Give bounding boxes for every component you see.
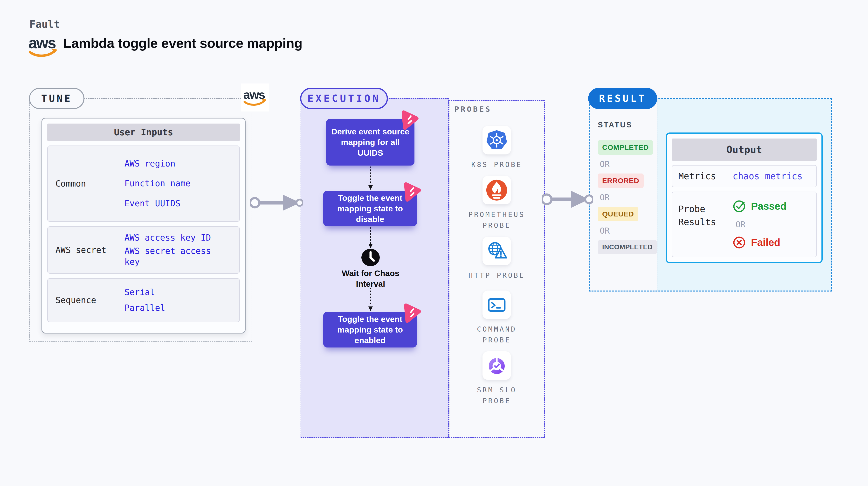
fault-kind-label: Fault — [29, 18, 60, 30]
x-circle-icon — [733, 236, 746, 249]
kubernetes-icon — [483, 126, 511, 154]
execution-pill: EXECUTION — [300, 88, 388, 109]
probe-prometheus: PROMETHEUS PROBE — [463, 176, 530, 231]
tune-pill: TUNE — [29, 88, 85, 109]
slo-pie-icon — [483, 351, 511, 380]
status-badge-completed: COMPLETED — [598, 140, 653, 155]
input-value: AWS access key ID — [124, 232, 226, 243]
step-toggle-disable: Toggle the event mapping state to disabl… — [323, 191, 417, 226]
metrics-value: chaos metrics — [733, 171, 803, 181]
probe-result-failed: Failed — [733, 236, 780, 249]
connector-arrow — [367, 166, 374, 191]
input-value: Serial — [124, 287, 226, 298]
aws-fault-icon: aws — [241, 84, 269, 112]
terminal-icon — [483, 291, 511, 319]
clock-icon — [361, 248, 380, 266]
connector-arrow — [367, 287, 374, 312]
or-separator: OR — [600, 192, 610, 202]
probe-label: K8S PROBE — [471, 159, 522, 170]
probe-label: HTTP PROBE — [468, 270, 525, 281]
diagram-canvas: Fault aws Lambda toggle event source map… — [0, 0, 868, 486]
litmus-chaos-icon — [400, 301, 424, 325]
wait-for-chaos-interval-label: Wait for Chaos Interval — [334, 268, 407, 289]
input-value: Function name — [124, 178, 226, 189]
input-group-label: Common — [48, 179, 124, 188]
input-value: Parallel — [124, 303, 226, 314]
probe-label: SRM SLO PROBE — [463, 385, 530, 406]
probe-k8s: K8S PROBE — [463, 126, 530, 170]
probe-command: COMMAND PROBE — [463, 291, 530, 345]
step-label: Derive event source mapping for all UUID… — [329, 126, 411, 158]
failed-label: Failed — [751, 237, 780, 248]
input-value: AWS secret access key — [124, 246, 226, 268]
or-separator: OR — [600, 226, 610, 236]
connector-arrow — [367, 227, 374, 249]
status-badge-errored: ERRORED — [598, 174, 644, 188]
input-group-sequence: Sequence Serial Parallel — [47, 278, 240, 322]
output-header: Output — [672, 139, 817, 161]
or-separator: OR — [736, 220, 745, 229]
output-card: Output Metrics chaos metrics Probe Resul… — [666, 132, 823, 263]
passed-label: Passed — [751, 201, 786, 212]
status-badge-queued: QUEUED — [598, 207, 638, 221]
probe-http: HTTP PROBE — [463, 237, 530, 281]
probe-label: PROMETHEUS PROBE — [463, 209, 530, 231]
http-globe-icon — [483, 237, 511, 265]
step-toggle-enabled: Toggle the event mapping state to enable… — [323, 312, 417, 347]
tune-to-execution-arrow — [250, 192, 303, 214]
input-value: AWS region — [124, 158, 226, 170]
input-group-aws-secret: AWS secret AWS access key ID AWS secret … — [47, 226, 240, 274]
input-group-common: Common AWS region Function name Event UU… — [47, 146, 240, 222]
probes-title: PROBES — [455, 105, 492, 114]
result-pill: RESULT — [588, 88, 657, 109]
metrics-row: Metrics chaos metrics — [672, 165, 817, 187]
svg-text:aws: aws — [243, 88, 265, 101]
or-separator: OR — [600, 159, 610, 169]
check-circle-icon — [733, 200, 746, 213]
status-column: STATUS COMPLETED OR ERRORED OR QUEUED OR… — [598, 121, 656, 254]
probe-result-passed: Passed — [733, 200, 786, 213]
probe-srm-slo: SRM SLO PROBE — [463, 351, 530, 406]
step-derive-event-source-mapping: Derive event source mapping for all UUID… — [326, 119, 414, 165]
svg-text:aws: aws — [28, 34, 56, 52]
metrics-label: Metrics — [672, 171, 726, 181]
input-group-label: AWS secret — [48, 245, 124, 255]
input-value: Event UUIDS — [124, 198, 226, 209]
input-group-label: Sequence — [48, 295, 124, 305]
status-heading: STATUS — [598, 121, 632, 129]
probe-label: COMMAND PROBE — [463, 324, 530, 345]
probe-results-label: Probe Results — [678, 203, 730, 229]
status-badge-incompleted: INCOMPLETED — [598, 240, 657, 254]
prometheus-icon — [483, 176, 511, 204]
probes-to-result-arrow — [542, 188, 593, 210]
user-inputs-header: User Inputs — [47, 124, 240, 141]
litmus-chaos-icon — [397, 108, 422, 132]
litmus-chaos-icon — [400, 180, 424, 204]
aws-logo: aws — [28, 34, 58, 59]
user-inputs-table: User Inputs Common AWS region Function n… — [41, 118, 246, 333]
probe-results-row: Probe Results Passed OR Failed — [672, 191, 817, 257]
page-title: Lambda toggle event source mapping — [63, 35, 302, 51]
